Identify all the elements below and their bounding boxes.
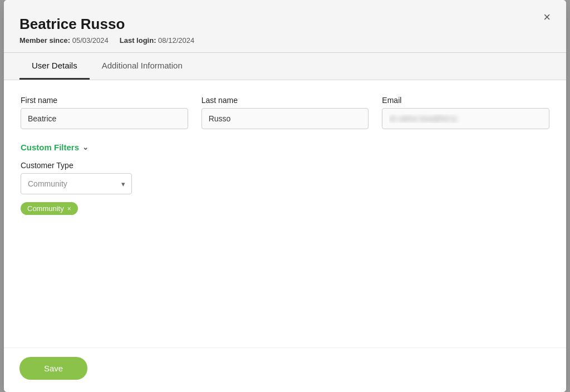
tab-additional-information[interactable]: Additional Information: [90, 53, 195, 80]
member-since-value: 05/03/2024: [72, 36, 109, 45]
tag-remove-button[interactable]: ×: [67, 205, 71, 213]
last-name-label: Last name: [202, 96, 369, 105]
first-name-group: First name: [21, 96, 188, 129]
member-since-label: Member since:: [19, 36, 70, 45]
first-name-label: First name: [21, 96, 188, 105]
email-label: Email: [382, 96, 549, 105]
modal-body: First name Last name Email Custom Filter…: [4, 80, 566, 347]
first-name-input[interactable]: [21, 108, 188, 129]
save-button[interactable]: Save: [19, 357, 87, 380]
email-input[interactable]: [382, 108, 549, 129]
close-button[interactable]: ×: [540, 10, 554, 24]
tag-label: Community: [27, 204, 64, 213]
last-name-input[interactable]: [202, 108, 369, 129]
last-login-label: Last login:: [120, 36, 156, 45]
modal-footer: Save: [4, 347, 566, 392]
modal-title: Beatrice Russo: [19, 16, 549, 33]
customer-type-select[interactable]: Community Business Enterprise: [21, 173, 132, 194]
customer-type-label: Customer Type: [21, 161, 549, 170]
community-tag: Community ×: [21, 202, 78, 215]
custom-filters-label: Custom Filters: [21, 143, 79, 152]
modal-overlay: Beatrice Russo Member since: 05/03/2024 …: [0, 0, 570, 392]
modal-meta: Member since: 05/03/2024 Last login: 08/…: [19, 36, 549, 45]
form-row-main: First name Last name Email: [21, 96, 549, 129]
tabs-bar: User Details Additional Information: [4, 53, 566, 80]
last-name-group: Last name: [202, 96, 369, 129]
email-group: Email: [382, 96, 549, 129]
custom-filters-toggle[interactable]: Custom Filters ⌄: [21, 143, 549, 152]
chevron-down-icon: ⌄: [82, 143, 89, 151]
tab-user-details[interactable]: User Details: [19, 53, 90, 80]
last-login-value: 08/12/2024: [158, 36, 194, 45]
customer-type-section: Customer Type Community Business Enterpr…: [21, 161, 549, 215]
modal-dialog: Beatrice Russo Member since: 05/03/2024 …: [4, 0, 566, 392]
customer-type-dropdown-wrapper: Community Business Enterprise ▾: [21, 173, 132, 194]
modal-header: Beatrice Russo Member since: 05/03/2024 …: [4, 0, 566, 53]
